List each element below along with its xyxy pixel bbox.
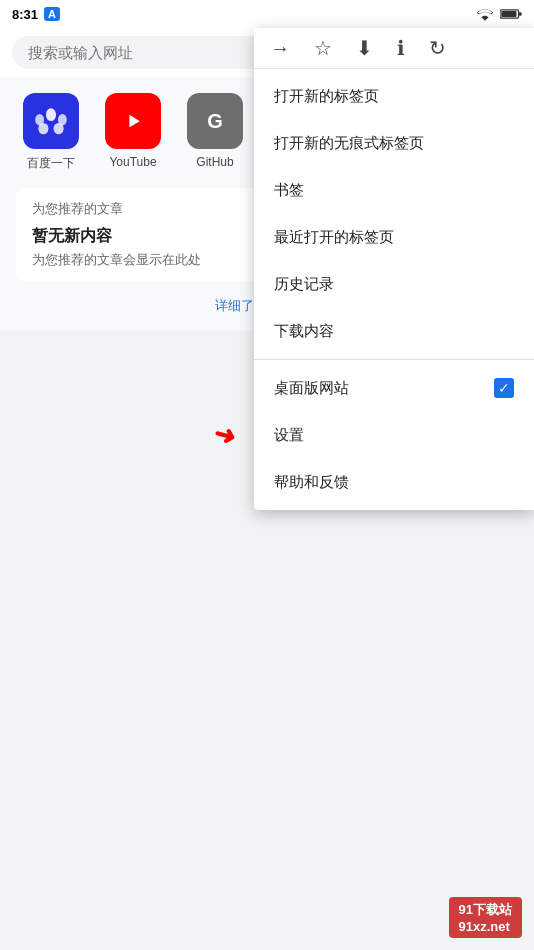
a-indicator: A — [44, 7, 60, 21]
bookmark-icon[interactable]: ☆ — [314, 36, 332, 60]
info-icon[interactable]: ℹ — [397, 36, 405, 60]
forward-icon[interactable]: → — [270, 37, 290, 60]
desktop-site-checkbox[interactable]: ✓ — [494, 378, 514, 398]
watermark: 91下载站 91xz.net — [449, 897, 522, 938]
status-bar: 8:31 A — [0, 0, 534, 28]
menu-item-downloads[interactable]: 下载内容 — [254, 308, 534, 355]
menu-item-desktop-site[interactable]: 桌面版网站 ✓ — [254, 364, 534, 412]
time-display: 8:31 — [12, 7, 38, 22]
wifi-icon — [476, 7, 494, 21]
menu-item-settings[interactable]: ➜ 设置 — [254, 412, 534, 459]
menu-item-incognito[interactable]: 打开新的无痕式标签页 — [254, 120, 534, 167]
github-label: GitHub — [196, 155, 233, 169]
menu-item-new-tab[interactable]: 打开新的标签页 — [254, 73, 534, 120]
refresh-icon[interactable]: ↻ — [429, 36, 446, 60]
quick-item-github[interactable]: G GitHub — [180, 93, 250, 172]
download-icon[interactable]: ⬇ — [356, 36, 373, 60]
menu-items-list: 打开新的标签页 打开新的无痕式标签页 书签 最近打开的标签页 历史记录 下载内容… — [254, 69, 534, 510]
status-right — [476, 7, 522, 21]
menu-item-history[interactable]: 历史记录 — [254, 261, 534, 308]
baidu-label: 百度一下 — [27, 155, 75, 172]
menu-item-bookmarks[interactable]: 书签 — [254, 167, 534, 214]
svg-rect-2 — [519, 12, 522, 15]
quick-item-youtube[interactable]: YouTube — [98, 93, 168, 172]
baidu-icon — [23, 93, 79, 149]
svg-point-6 — [38, 123, 48, 134]
status-left: 8:31 A — [12, 7, 60, 22]
svg-point-3 — [46, 108, 56, 121]
svg-rect-1 — [501, 11, 516, 17]
battery-icon — [500, 8, 522, 20]
menu-divider — [254, 359, 534, 360]
github-icon: G — [187, 93, 243, 149]
quick-item-baidu[interactable]: 百度一下 — [16, 93, 86, 172]
menu-toolbar: → ☆ ⬇ ℹ ↻ — [254, 28, 534, 69]
youtube-label: YouTube — [109, 155, 156, 169]
menu-item-help[interactable]: 帮助和反馈 — [254, 459, 534, 506]
svg-point-7 — [54, 123, 64, 134]
youtube-icon — [105, 93, 161, 149]
menu-item-recent-tabs[interactable]: 最近打开的标签页 — [254, 214, 534, 261]
dropdown-menu: → ☆ ⬇ ℹ ↻ 打开新的标签页 打开新的无痕式标签页 书签 最近打开的标签页… — [254, 28, 534, 510]
red-arrow-indicator: ➜ — [210, 418, 239, 454]
